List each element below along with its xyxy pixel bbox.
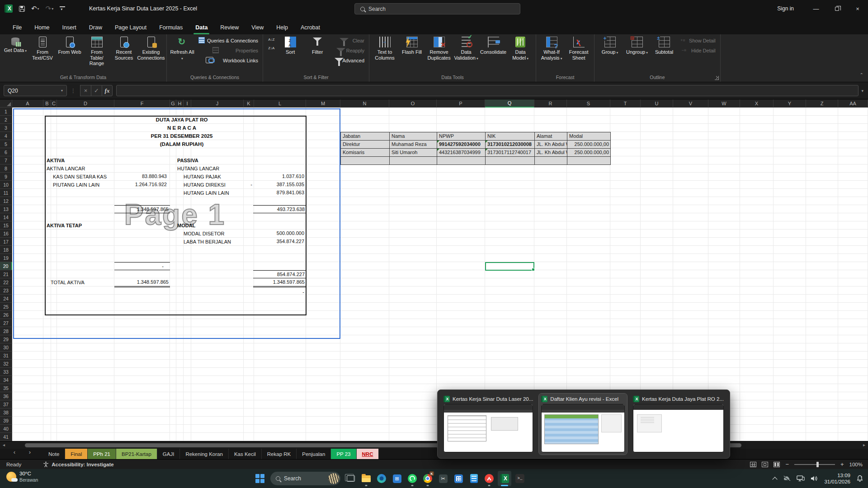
column-header-X[interactable]: X <box>740 99 774 108</box>
column-header-R[interactable]: R <box>534 99 567 108</box>
row-header-15[interactable]: 15 <box>0 221 12 230</box>
minimize-button[interactable]: — <box>806 0 826 17</box>
tab-data[interactable]: Data <box>189 21 214 34</box>
column-header-H[interactable]: H <box>176 99 184 108</box>
tab-review[interactable]: Review <box>214 21 245 34</box>
taskbar-clock[interactable]: 13:09 31/01/2026 <box>824 472 850 485</box>
name-box[interactable]: Q20▾ <box>4 85 67 96</box>
taskbar-search-box[interactable]: Search <box>270 472 340 485</box>
cell-aktiva-tetap-dash[interactable]: - <box>114 262 170 270</box>
tab-insert[interactable]: Insert <box>56 21 83 34</box>
column-header-W[interactable]: W <box>708 99 740 108</box>
preview-thumbnail[interactable] <box>541 404 625 452</box>
cell-report-unit[interactable]: (DALAM RUPIAH) <box>57 140 307 148</box>
row-header-31[interactable]: 31 <box>0 352 12 360</box>
tab-acrobat[interactable]: Acrobat <box>294 21 326 34</box>
ribbon-button-workbook-links[interactable]: Workbook Links <box>197 56 259 65</box>
hidden-icons-chevron[interactable] <box>773 477 778 482</box>
column-header-D[interactable]: D <box>57 99 114 108</box>
scroll-right-icon[interactable]: ▸ <box>863 442 865 447</box>
close-button[interactable]: × <box>847 0 868 17</box>
sheet-tab-pph-21[interactable]: PPh 21 <box>88 449 116 459</box>
cell[interactable]: Jabatan <box>341 132 390 141</box>
formula-bar-expand-icon[interactable]: ▾ <box>861 89 863 93</box>
preview-thumbnail[interactable] <box>443 404 533 452</box>
cell-aktiva-tetap[interactable]: AKTIVA TETAP <box>47 221 82 230</box>
row-header-38[interactable]: 38 <box>0 408 12 417</box>
row-header-24[interactable]: 24 <box>0 295 12 303</box>
cell[interactable]: Muhamad Reza <box>390 141 437 149</box>
tab-file[interactable]: File <box>6 21 28 34</box>
cell[interactable]: JL. Kh Abdul W <box>535 149 567 157</box>
sign-in-button[interactable]: Sign in <box>771 0 800 17</box>
select-all-corner[interactable] <box>0 99 12 108</box>
row-header-2[interactable]: 2 <box>0 116 12 124</box>
row-header-20[interactable]: 20 <box>0 262 12 270</box>
tab-formulas[interactable]: Formulas <box>153 21 189 34</box>
cell-hutang-pajak-label[interactable]: HUTANG PAJAK <box>184 173 221 181</box>
row-header-39[interactable]: 39 <box>0 417 12 425</box>
sheet-tab-pp-23[interactable]: PP 23 <box>331 449 356 459</box>
cell-kas-value[interactable]: 83.880.943 <box>114 173 168 181</box>
row-header-1[interactable]: 1 <box>0 108 12 116</box>
sheet-tab-note[interactable]: Note <box>43 449 65 459</box>
row-header-41[interactable]: 41 <box>0 433 12 441</box>
cell[interactable]: Nama <box>390 132 437 141</box>
ribbon-button-from-web[interactable]: From Web <box>56 35 83 56</box>
cell-kas-label[interactable]: KAS DAN SETARA KAS <box>53 173 107 181</box>
cell-modal-sum[interactable]: 854.874.227 <box>253 270 306 278</box>
column-header-Q[interactable]: Q <box>485 99 534 108</box>
window-preview-1[interactable]: X Kertas Kerja Sinar Duta Laser 20... <box>441 394 535 455</box>
cell[interactable] <box>341 157 390 165</box>
sheet-tab-nrc[interactable]: NRC <box>357 449 379 459</box>
row-header-28[interactable]: 28 <box>0 327 12 335</box>
column-header-Z[interactable]: Z <box>806 99 838 108</box>
column-header-J[interactable]: J <box>191 99 244 108</box>
tab-help[interactable]: Help <box>270 21 294 34</box>
cell[interactable]: NIK <box>486 132 535 141</box>
cell[interactable] <box>535 157 567 165</box>
row-header-37[interactable]: 37 <box>0 400 12 408</box>
notification-bell-icon[interactable]: z <box>856 475 863 482</box>
row-header-19[interactable]: 19 <box>0 254 12 262</box>
tab-home[interactable]: Home <box>28 21 56 34</box>
cell[interactable] <box>486 157 535 165</box>
row-header-4[interactable]: 4 <box>0 132 12 140</box>
zoom-level[interactable]: 100% <box>849 462 863 467</box>
office-search-box[interactable]: Search <box>354 3 520 14</box>
volume-icon[interactable] <box>811 475 818 482</box>
ribbon-button-subtotal[interactable]: Subtotal <box>651 35 678 56</box>
task-view-button[interactable] <box>344 471 358 486</box>
sticky-notes-button[interactable] <box>467 471 481 486</box>
ribbon-button-flash-fill[interactable]: Flash Fill <box>398 35 425 56</box>
cell[interactable]: Siti Umaroh <box>390 149 437 157</box>
sheet-tab-rekening-koran[interactable]: Rekening Koran <box>180 449 228 459</box>
sheet-tab-kas-kecil[interactable]: Kas Kecil <box>229 449 262 459</box>
column-header-B[interactable]: B <box>43 99 51 108</box>
row-header-8[interactable]: 8 <box>0 164 12 173</box>
cell-hutang-lancar[interactable]: HUTANG LANCAR <box>177 164 219 173</box>
cell-check-dash[interactable]: - <box>254 288 306 296</box>
row-header-18[interactable]: 18 <box>0 246 12 254</box>
cell-aktiva[interactable]: AKTIVA <box>47 156 65 164</box>
row-header-29[interactable]: 29 <box>0 335 12 343</box>
row-header-13[interactable]: 13 <box>0 205 12 213</box>
cell-modal-disetor-value[interactable]: 500.000.000 <box>254 230 306 238</box>
row-header-22[interactable]: 22 <box>0 278 12 286</box>
row-header-16[interactable]: 16 <box>0 230 12 238</box>
column-header-O[interactable]: O <box>389 99 437 108</box>
sheet-nav-prev-icon[interactable]: ‹ <box>8 449 21 455</box>
column-header-L[interactable]: L <box>254 99 306 108</box>
row-header-3[interactable]: 3 <box>0 124 12 132</box>
cell-hutang-pajak-value[interactable]: 1.037.610 <box>254 173 306 181</box>
cell[interactable]: 3173010212030008 <box>486 141 535 149</box>
anydesk-button[interactable] <box>482 471 496 486</box>
cell-subtotal-hutang[interactable]: 493.723.638 <box>253 205 306 213</box>
sheet-tab-final[interactable]: Final <box>65 449 88 459</box>
column-header-U[interactable]: U <box>641 99 673 108</box>
page-layout-view-icon[interactable] <box>762 462 768 467</box>
row-header-25[interactable]: 25 <box>0 303 12 311</box>
whatsapp-button[interactable] <box>406 471 419 486</box>
window-preview-3[interactable]: X Kertas Kerja Duta Jaya Plat RO 2... <box>631 394 726 455</box>
accessibility-status[interactable]: Accessibility: Investigate <box>43 461 113 467</box>
